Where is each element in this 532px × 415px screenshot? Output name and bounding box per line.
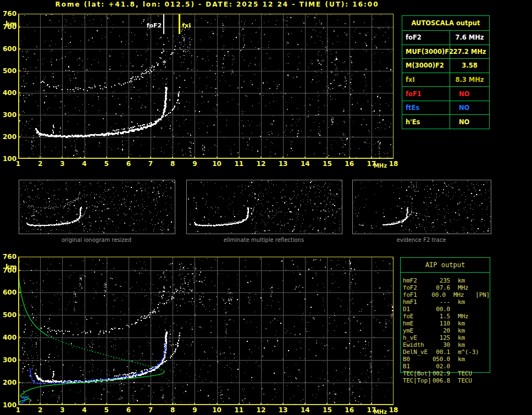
fxi-marker-label: fxI [182,22,191,29]
parameter-label: DelN_vE [403,348,431,356]
parameter-label: hmF2 [403,277,431,284]
autoscala-window: Rome (lat: +41.8, lon: 012.5) - DATE: 20… [0,0,532,415]
x-tick-label: 11 [232,406,246,414]
parameter-value: 30 [431,341,450,348]
aip-table-row: hmF2235km [403,277,490,284]
autoscala-table-title: AUTOSCALA output [402,16,489,31]
x-tick-label: 5 [100,406,113,414]
parameter-value: 006.8 [431,377,450,384]
parameter-value: 07.6 [431,284,450,291]
y-tick-label: 200 [0,379,16,386]
x-tick-label: 7 [144,160,157,168]
parameter-label: foF1 [403,291,429,298]
parameter-value: 8.3 MHz [450,73,489,87]
x-tick-label: 10 [210,160,224,168]
y-tick-label: 400 [0,334,16,341]
parameter-label: h_vE [403,334,431,341]
parameter-value: 20 [431,327,450,334]
parameter-value: 02.0 [431,363,450,370]
aip-table-row: DelN_vE00.1m^(-3) [403,348,490,356]
x-tick-label: 16 [343,406,356,414]
aip-table-row: foF207.6MHz [403,284,490,291]
autoscala-table-row: foF27.6 MHz [402,31,489,45]
x-tick-label: 15 [320,406,334,414]
parameter-label: ymE [403,327,431,334]
parameter-note: [PN] [475,291,490,298]
x-tick-label: 14 [298,160,312,168]
parameter-label: D1 [403,306,431,313]
y-tick-label: 100 [0,155,16,163]
parameter-label: B1 [403,363,431,370]
parameter-value: 050.0 [431,356,450,363]
x-tick-label: 6 [122,160,135,168]
x-tick-label: 5 [100,160,113,168]
y-axis-unit-label: km [5,20,16,28]
autoscala-table-row: foF1NO [402,87,489,101]
y-tick-label: 300 [0,111,16,119]
bottom-ionogram-canvas [18,257,394,405]
x-tick-label: 8 [166,160,179,168]
x-tick-label: 12 [254,160,268,168]
aip-table-row: B0050.0km [403,356,490,363]
x-tick-label: 4 [78,160,91,168]
y-tick-label: 300 [0,356,16,364]
parameter-value: 3.58 [450,59,489,73]
parameter-label: M(3000)F2 [402,59,450,73]
parameter-label: MUF(3000)F2 [402,45,450,59]
parameter-value: 235 [431,277,450,284]
x-tick-label: 12 [254,406,268,414]
parameter-unit: MHz [458,313,480,320]
aip-table-row: D100.0 [403,306,490,313]
x-tick-label: 2 [34,160,47,168]
parameter-label: foE [403,313,431,320]
parameter-value: NO [450,101,489,115]
autoscala-table-row: M(3000)F23.58 [402,59,489,73]
fof2-marker-label: foF2 [134,22,162,29]
parameter-value: 002.9 [431,370,450,377]
parameter-unit: km [458,334,480,341]
parameter-label: ftEs [402,101,450,115]
autoscala-table-row: fxI8.3 MHz [402,73,489,87]
parameter-unit: km [458,320,480,327]
x-tick-label: 18 [387,160,400,168]
x-tick-label: 3 [56,406,69,414]
x-tick-label: 10 [210,406,224,414]
parameter-label: B0 [403,356,431,363]
parameter-value: 110 [431,320,450,327]
parameter-unit: TECU [458,370,480,377]
parameter-unit [458,306,480,313]
parameter-label: hmE [403,320,431,327]
y-tick-label: 760 [0,253,16,261]
top-ionogram-canvas [18,14,394,159]
parameter-label: TEC[Top] [403,377,431,384]
parameter-label: h'Es [402,115,450,129]
page-title: Rome (lat: +41.8, lon: 012.5) - DATE: 20… [22,1,412,8]
thumbnail-caption: evidence F2 trace [352,237,490,243]
parameter-unit: MHz [453,291,473,298]
parameter-value: 7.6 MHz [450,31,489,45]
x-tick-label: 15 [320,160,334,168]
thumbnail-original-ionogram [19,180,175,234]
parameter-value: 00.0 [431,306,450,313]
parameter-label: foF1 [402,87,450,101]
aip-table-row: Ewidth30km [403,341,490,348]
aip-table-title: AIP output [401,258,490,273]
x-axis-unit-label: MHz [374,163,387,169]
y-tick-label: 760 [0,10,16,18]
aip-table-row: foE1.5MHz [403,313,490,320]
aip-table-row: ymE20km [403,327,490,334]
parameter-value: 00.0 [429,291,446,298]
parameter-unit: km [458,356,480,363]
aip-table-row: h_vE125km [403,334,490,341]
thumbnail-f2-evidence [352,180,491,234]
thumbnail-caption: eliminate multiple reflections [186,237,341,243]
x-tick-label: 8 [166,406,179,414]
aip-table-row: TEC[Top]006.8TECU [403,377,490,384]
autoscala-table-row: MUF(3000)F227.2 MHz [402,45,489,59]
parameter-value: NO [450,87,489,101]
parameter-unit: MHz [458,284,480,291]
aip-table-row: foF100.0MHz[PN] [403,291,490,298]
autoscala-table-row: ftEsNO [402,101,489,115]
aip-table-row: hmF1---km [403,298,490,306]
x-tick-label: 18 [387,406,400,414]
